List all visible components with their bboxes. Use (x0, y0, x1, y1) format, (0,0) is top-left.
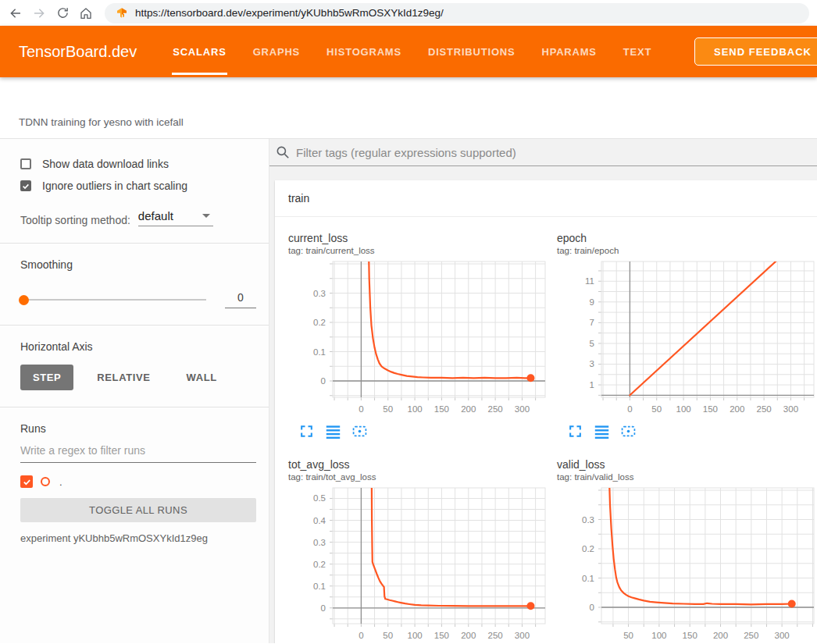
browser-home-icon[interactable] (77, 4, 95, 23)
runs-filter-input[interactable] (20, 435, 256, 463)
svg-text:250: 250 (488, 631, 503, 640)
tag-group-label: train (288, 192, 309, 205)
charts-grid: current_losstag: train/current_loss05010… (275, 217, 817, 643)
chart-valid_loss-canvas[interactable]: 5010015020025030000.10.20.3 (557, 486, 815, 643)
axis-button-wall[interactable]: WALL (173, 365, 229, 390)
svg-text:5: 5 (590, 339, 594, 348)
tab-graphs[interactable]: GRAPHS (253, 26, 300, 77)
run-list-item: . (20, 475, 256, 488)
svg-text:150: 150 (434, 631, 449, 640)
sidebar: Show data download linksIgnore outliers … (0, 139, 269, 643)
svg-text:0.3: 0.3 (582, 515, 594, 525)
tooltip-sorting-select[interactable]: default (138, 209, 213, 226)
log-scale-icon[interactable] (594, 424, 609, 439)
svg-text:150: 150 (683, 631, 697, 640)
filter-tags-row (269, 139, 817, 166)
svg-text:250: 250 (757, 404, 772, 414)
app-header: TensorBoard.dev SCALARSGRAPHSHISTOGRAMSD… (0, 26, 817, 77)
tag-group-card: train current_losstag: train/current_los… (275, 180, 817, 643)
smoothing-slider-knob[interactable] (19, 295, 29, 305)
axis-button-relative[interactable]: RELATIVE (84, 365, 162, 390)
fit-domain-icon[interactable] (352, 424, 367, 439)
search-icon (276, 145, 290, 159)
chart-toolbar (568, 424, 815, 439)
chart-title: epoch (557, 232, 815, 244)
svg-text:50: 50 (383, 631, 393, 640)
smoothing-slider[interactable] (20, 299, 206, 301)
browser-reload-icon[interactable] (53, 4, 72, 23)
toggle-all-runs-button[interactable]: TOGGLE ALL RUNS (20, 498, 256, 522)
experiment-title-bar: TDNN training for yesno with icefall (0, 77, 817, 139)
fullscreen-icon[interactable] (299, 424, 314, 439)
tooltip-sorting-value: default (138, 209, 173, 222)
svg-text:200: 200 (461, 631, 476, 640)
axis-button-step[interactable]: STEP (20, 365, 73, 390)
svg-text:200: 200 (730, 404, 744, 414)
tab-distributions[interactable]: DISTRIBUTIONS (428, 26, 516, 77)
run-name: . (59, 476, 62, 488)
chevron-down-icon (202, 214, 210, 218)
chart-tot_avg_loss-canvas[interactable]: 05010015020025030000.10.20.30.40.5 (288, 486, 546, 643)
svg-text:200: 200 (713, 631, 728, 640)
svg-text:0: 0 (359, 631, 363, 640)
chart-epoch-canvas[interactable]: 0501001502002503001357911 (557, 259, 815, 419)
tab-hparams[interactable]: HPARAMS (541, 26, 596, 77)
tab-histograms[interactable]: HISTOGRAMS (326, 26, 401, 77)
tab-text[interactable]: TEXT (623, 26, 651, 77)
chart-tot_avg_loss: tot_avg_losstag: train/tot_avg_loss05010… (288, 458, 546, 643)
chart-current_loss-canvas[interactable]: 05010015020025030000.10.20.3 (288, 259, 546, 419)
log-scale-icon[interactable] (326, 424, 341, 439)
send-feedback-button[interactable]: SEND FEEDBACK (694, 37, 817, 66)
nav-tabs: SCALARSGRAPHSHISTOGRAMSDISTRIBUTIONSHPAR… (173, 26, 678, 77)
svg-text:0.1: 0.1 (582, 574, 594, 583)
svg-text:300: 300 (515, 404, 530, 414)
svg-text:7: 7 (590, 318, 594, 327)
svg-text:150: 150 (703, 404, 718, 414)
checkbox-row: Show data download links (20, 158, 256, 170)
screen: https://tensorboard.dev/experiment/yKUbh… (0, 0, 817, 643)
svg-text:0: 0 (321, 376, 326, 386)
chart-title: tot_avg_loss (288, 458, 546, 471)
chart-tag: tag: train/valid_loss (557, 472, 815, 482)
experiment-id: experiment yKUbhb5wRmOSXYkId1z9eg (20, 532, 256, 544)
checkbox-icon[interactable] (20, 158, 31, 169)
svg-text:100: 100 (407, 404, 422, 414)
address-bar[interactable]: https://tensorboard.dev/experiment/yKUbh… (105, 3, 809, 23)
svg-text:0: 0 (359, 404, 363, 414)
chart-title: valid_loss (557, 458, 815, 471)
main-panel: train current_losstag: train/current_los… (269, 139, 817, 643)
tooltip-sorting-row: Tooltip sorting method: default (20, 209, 256, 226)
tensorboard-favicon-icon (116, 7, 128, 20)
svg-text:100: 100 (676, 404, 690, 414)
chart-tag: tag: train/epoch (557, 246, 815, 255)
chart-valid_loss: valid_losstag: train/valid_loss501001502… (557, 458, 815, 643)
experiment-title: TDNN training for yesno with icefall (19, 116, 184, 128)
chart-title: current_loss (288, 232, 546, 244)
browser-back-icon[interactable] (6, 4, 25, 23)
svg-text:0.1: 0.1 (313, 347, 326, 357)
horizontal-axis-buttons: STEPRELATIVEWALL (20, 365, 256, 390)
filter-tags-input[interactable] (296, 146, 817, 159)
tab-scalars[interactable]: SCALARS (173, 26, 226, 77)
chart-tag: tag: train/current_loss (288, 246, 546, 255)
fit-domain-icon[interactable] (621, 424, 636, 439)
smoothing-value[interactable]: 0 (225, 291, 256, 308)
svg-text:0.1: 0.1 (313, 582, 326, 591)
checkbox-label: Show data download links (42, 158, 169, 170)
fullscreen-icon[interactable] (568, 424, 583, 439)
svg-text:150: 150 (434, 404, 449, 414)
svg-text:1: 1 (590, 380, 594, 390)
svg-text:50: 50 (651, 404, 662, 414)
svg-text:0.3: 0.3 (313, 289, 326, 298)
run-checkbox-icon[interactable] (20, 475, 33, 488)
checkbox-row: Ignore outliers in chart scaling (20, 180, 256, 192)
chart-epoch: epochtag: train/epoch0501001502002503001… (557, 232, 815, 439)
tooltip-sorting-label: Tooltip sorting method: (20, 214, 130, 226)
svg-text:300: 300 (783, 404, 798, 414)
svg-text:0.4: 0.4 (313, 516, 326, 525)
svg-text:0.2: 0.2 (313, 560, 326, 569)
tag-group-header[interactable]: train (275, 180, 817, 217)
svg-text:100: 100 (407, 631, 422, 640)
checkbox-icon[interactable] (20, 180, 31, 191)
run-color-swatch (41, 477, 50, 486)
